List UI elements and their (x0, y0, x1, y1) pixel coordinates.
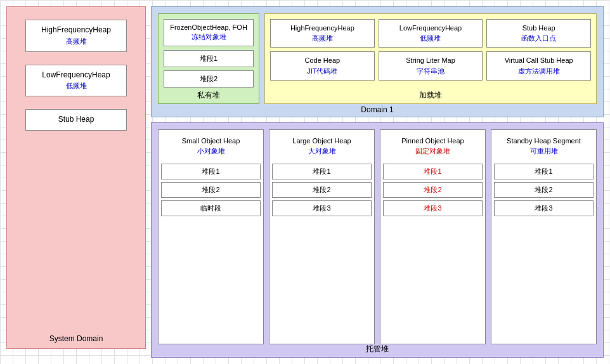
managed-col-1-main: Large Object Heap (273, 136, 370, 145)
hfh-left-main: HighFrequencyHeap (34, 25, 119, 36)
managed-col-2-main: Pinned Object Heap (384, 136, 481, 145)
managed-col-1-sub: 大对象堆 (273, 146, 370, 156)
managed-col-0-main: Small Object Heap (162, 136, 259, 145)
managed-col-2-sub: 固定对象堆 (384, 146, 481, 156)
managed-col-1-seg2: 堆段3 (272, 200, 372, 216)
managed-col-2-seg1: 堆段2 (383, 182, 483, 198)
managed-heap-grid: Small Object Heap 小对象堆 堆段1 堆段2 临时段 Large… (158, 129, 597, 344)
load-item-2-main: Stub Heap (490, 23, 588, 32)
managed-col-0-seg2: 临时段 (161, 200, 261, 216)
managed-col-1-seg0: 堆段1 (272, 164, 372, 179)
managed-col-1: Large Object Heap 大对象堆 堆段1 堆段2 堆段3 (269, 129, 375, 344)
load-item-5: Virtual Call Stub Heap 虚方法调用堆 (486, 51, 591, 80)
managed-col-1-seg1: 堆段2 (272, 182, 372, 198)
managed-heap: Small Object Heap 小对象堆 堆段1 堆段2 临时段 Large… (151, 122, 604, 358)
managed-col-0-sub: 小对象堆 (162, 146, 259, 156)
managed-col-3-seg1: 堆段2 (494, 182, 594, 198)
managed-col-3-seg0: 堆段1 (494, 164, 594, 179)
load-item-3-sub: JIT代码堆 (273, 67, 372, 76)
private-seg2: 堆段2 (164, 70, 254, 88)
load-item-0-main: HighFrequencyHeap (273, 23, 372, 32)
frozen-box: FrozenObjectHeap, FOH 冻结对象堆 (164, 19, 254, 46)
right-panel: FrozenObjectHeap, FOH 冻结对象堆 堆段1 堆段2 私有堆 … (151, 6, 604, 358)
private-heap-label: 私有堆 (197, 90, 220, 101)
managed-col-0: Small Object Heap 小对象堆 堆段1 堆段2 临时段 (158, 129, 264, 344)
load-heap-grid: HighFrequencyHeap 高频堆 LowFrequencyHeap 低… (270, 19, 591, 81)
hfh-left-sub: 高频堆 (34, 37, 119, 46)
load-item-4-main: String Liter Map (382, 56, 480, 65)
lfh-left-main: LowFrequencyHeap (34, 70, 119, 81)
managed-col-3-main: Standby Heap Segment (495, 136, 592, 145)
frozen-sub: 冻结对象堆 (169, 32, 248, 42)
system-domain: HighFrequencyHeap 高频堆 LowFrequencyHeap 低… (6, 6, 146, 349)
load-item-1-main: LowFrequencyHeap (382, 23, 480, 32)
stub-left-box: Stub Heap (25, 109, 127, 131)
domain1-area: FrozenObjectHeap, FOH 冻结对象堆 堆段1 堆段2 私有堆 … (151, 6, 604, 117)
managed-col-2-header: Pinned Object Heap 固定对象堆 (383, 134, 483, 159)
load-item-2-sub: 函数入口点 (490, 34, 588, 43)
load-item-3: Code Heap JIT代码堆 (270, 51, 375, 80)
load-item-5-sub: 虚方法调用堆 (490, 67, 588, 76)
private-heap: FrozenObjectHeap, FOH 冻结对象堆 堆段1 堆段2 私有堆 (158, 13, 259, 104)
load-item-4-sub: 字符串池 (382, 67, 480, 76)
managed-col-0-seg0: 堆段1 (161, 164, 261, 179)
load-item-0-sub: 高频堆 (273, 34, 372, 43)
load-item-1: LowFrequencyHeap 低频堆 (379, 19, 483, 48)
load-heap-label: 加载堆 (419, 90, 442, 101)
load-item-2: Stub Heap 函数入口点 (486, 19, 591, 48)
managed-col-0-header: Small Object Heap 小对象堆 (161, 134, 261, 159)
managed-col-0-seg1: 堆段2 (161, 182, 261, 198)
load-item-5-main: Virtual Call Stub Heap (490, 56, 588, 65)
system-domain-label: System Domain (49, 334, 103, 343)
managed-col-2-seg2: 堆段3 (383, 200, 483, 216)
main-container: HighFrequencyHeap 高频堆 LowFrequencyHeap 低… (0, 0, 610, 364)
frozen-main: FrozenObjectHeap, FOH (169, 23, 248, 31)
managed-col-2-seg0: 堆段1 (383, 164, 483, 179)
stub-left-main: Stub Heap (34, 115, 119, 125)
domain1-label: Domain 1 (361, 105, 393, 114)
load-heap: HighFrequencyHeap 高频堆 LowFrequencyHeap 低… (264, 13, 597, 104)
private-seg1: 堆段1 (164, 50, 254, 67)
load-item-3-main: Code Heap (273, 56, 372, 65)
managed-heap-label: 托管堆 (366, 344, 389, 354)
lfh-left-sub: 低频堆 (34, 81, 119, 91)
managed-col-3-seg2: 堆段3 (494, 200, 594, 216)
managed-col-3: Standby Heap Segment 可重用堆 堆段1 堆段2 堆段3 (491, 129, 597, 344)
managed-col-1-header: Large Object Heap 大对象堆 (272, 134, 372, 159)
load-item-0: HighFrequencyHeap 高频堆 (270, 19, 375, 48)
managed-col-3-header: Standby Heap Segment 可重用堆 (494, 134, 594, 159)
hfh-left-box: HighFrequencyHeap 高频堆 (25, 20, 127, 52)
lfh-left-box: LowFrequencyHeap 低频堆 (25, 65, 127, 97)
managed-col-2: Pinned Object Heap 固定对象堆 堆段1 堆段2 堆段3 (380, 129, 486, 344)
domain1-inner: FrozenObjectHeap, FOH 冻结对象堆 堆段1 堆段2 私有堆 … (158, 13, 597, 104)
load-item-4: String Liter Map 字符串池 (379, 51, 483, 80)
managed-col-3-sub: 可重用堆 (495, 146, 592, 156)
load-item-1-sub: 低频堆 (382, 34, 480, 43)
